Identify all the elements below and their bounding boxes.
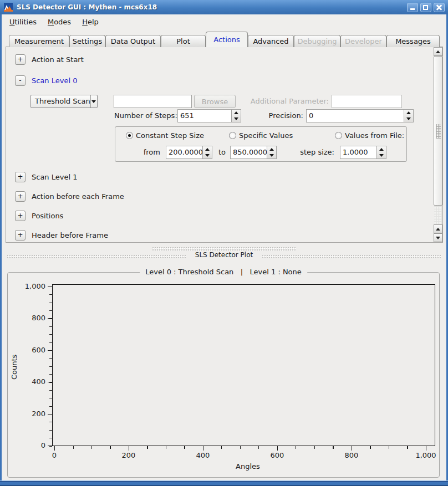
plot-groupbox: Level 0 : Threshold Scan | Level 1 : Non…: [7, 272, 440, 478]
section-label: Scan Level 0: [32, 76, 77, 85]
app-window: SLS Detector GUI : Mythen - mcs6x18 Util…: [0, 0, 448, 486]
spin-up-button[interactable]: [203, 146, 212, 152]
number-of-steps-spinbox: 651: [177, 109, 241, 122]
scan-type-combobox[interactable]: Threshold Scan: [30, 95, 98, 108]
section-label: Scan Level 1: [32, 173, 77, 181]
scrollbar-thumb[interactable]: [434, 56, 442, 206]
scroll-up-button-2[interactable]: [434, 224, 442, 233]
tab-bar: Measurement Settings Data Output Plot Ac…: [9, 32, 440, 47]
section-label: Positions: [32, 212, 63, 220]
section-positions: + Positions: [15, 211, 63, 221]
actions-panel: + Action at Start - Scan Level 0 Thresho…: [6, 47, 443, 243]
to-label: to: [218, 146, 226, 159]
tab-settings[interactable]: Settings: [69, 35, 105, 47]
radio-values-from-file[interactable]: [335, 132, 342, 139]
combo-dropdown-arrow-icon[interactable]: [90, 95, 97, 108]
y-axis-minor-ticks: [49, 287, 52, 447]
plot-dock-title: SLS Detector Plot: [186, 251, 262, 259]
maximize-icon: [423, 5, 428, 10]
menu-bar: Utilities Modes Help: [2, 14, 446, 29]
spin-up-button[interactable]: [404, 110, 413, 116]
spin-up-button[interactable]: [267, 146, 276, 152]
precision-spinbox: 0: [306, 109, 414, 122]
expand-button[interactable]: +: [15, 191, 26, 202]
scan-type-value: Threshold Scan: [31, 95, 90, 108]
spin-up-button[interactable]: [377, 146, 386, 152]
tab-advanced[interactable]: Advanced: [248, 35, 294, 47]
window-title: SLS Detector GUI : Mythen - mcs6x18: [17, 3, 407, 11]
browse-button: Browse: [194, 95, 236, 108]
expand-button[interactable]: +: [15, 172, 26, 182]
menu-utilities[interactable]: Utilities: [4, 16, 42, 28]
menu-modes[interactable]: Modes: [42, 16, 77, 28]
y-tick-label: 200: [12, 410, 45, 418]
grip-dots-icon: [436, 124, 441, 139]
arrow-up-icon: [436, 228, 440, 231]
radio-label[interactable]: Values from File:: [345, 129, 404, 142]
close-button[interactable]: [434, 3, 445, 12]
y-tick-label: 1,000: [12, 282, 45, 291]
spin-down-button[interactable]: [232, 116, 241, 122]
number-of-steps-value[interactable]: 651: [178, 110, 231, 122]
tab-debugging: Debugging: [294, 35, 340, 47]
x-tick-label: 800: [338, 451, 365, 459]
splitter-handle[interactable]: [152, 247, 296, 250]
plot-title: Level 0 : Threshold Scan | Level 1 : Non…: [140, 268, 307, 276]
section-scan-level-0: - Scan Level 0: [15, 75, 77, 86]
additional-parameter-label: Additional Parameter:: [250, 95, 329, 108]
step-size-spinbox: 1.0000: [340, 146, 386, 159]
spin-down-button[interactable]: [267, 152, 276, 158]
radio-specific-values[interactable]: [229, 132, 236, 139]
radio-label[interactable]: Specific Values: [239, 129, 293, 142]
radio-label[interactable]: Constant Step Size: [136, 129, 204, 142]
expand-button[interactable]: +: [15, 211, 26, 221]
scroll-down-button[interactable]: [434, 233, 442, 242]
additional-parameter-input: [332, 95, 402, 108]
window-frame-bottom: [0, 480, 448, 486]
app-logo-icon: [4, 3, 13, 12]
arrow-up-icon: [436, 50, 440, 53]
script-file-input[interactable]: [114, 95, 192, 108]
from-value[interactable]: 200.0000: [166, 146, 202, 158]
step-mode-groupbox: Constant Step Size Specific Values Value…: [115, 126, 407, 162]
spin-down-button[interactable]: [377, 152, 386, 158]
section-label: Header before Frame: [32, 231, 108, 239]
scroll-up-button[interactable]: [434, 47, 442, 56]
plot-canvas: [52, 284, 435, 446]
expand-button[interactable]: +: [15, 230, 26, 241]
number-of-steps-label: Number of Steps:: [114, 109, 176, 122]
step-size-value[interactable]: 1.0000: [340, 146, 376, 158]
to-value[interactable]: 850.0000: [231, 146, 267, 158]
precision-label: Precision:: [253, 109, 303, 122]
minimize-button[interactable]: [407, 3, 418, 12]
scrollbar-trough[interactable]: [434, 206, 442, 224]
section-label: Action at Start: [32, 55, 84, 64]
x-tick-label: 0: [40, 451, 68, 459]
tab-messages[interactable]: Messages: [386, 35, 440, 47]
tab-measurement[interactable]: Measurement: [9, 35, 69, 47]
section-label: Action before each Frame: [32, 192, 124, 201]
menu-help[interactable]: Help: [77, 16, 104, 28]
tab-data-output[interactable]: Data Output: [105, 35, 161, 47]
minimize-icon: [410, 8, 415, 10]
x-axis-minor-ticks: [54, 446, 427, 449]
x-tick-label: 600: [263, 451, 291, 459]
radio-constant-step-size[interactable]: [126, 132, 133, 139]
title-bar: SLS Detector GUI : Mythen - mcs6x18: [0, 0, 448, 14]
vertical-scrollbar: [434, 47, 442, 242]
tab-plot[interactable]: Plot: [161, 35, 206, 47]
y-tick-label: 0: [12, 441, 45, 450]
to-spinbox: 850.0000: [230, 146, 277, 159]
section-action-at-start: + Action at Start: [15, 54, 84, 65]
precision-value[interactable]: 0: [307, 110, 404, 122]
step-size-label: step size:: [289, 146, 334, 159]
section-header-before-frame: + Header before Frame: [15, 230, 108, 241]
spin-down-button[interactable]: [404, 116, 413, 122]
collapse-button[interactable]: -: [15, 75, 26, 86]
spin-up-button[interactable]: [232, 110, 241, 116]
tab-actions[interactable]: Actions: [206, 32, 248, 47]
expand-button[interactable]: +: [15, 54, 26, 65]
maximize-button[interactable]: [420, 3, 431, 12]
section-action-before-each-frame: + Action before each Frame: [15, 191, 124, 202]
spin-down-button[interactable]: [203, 152, 212, 158]
